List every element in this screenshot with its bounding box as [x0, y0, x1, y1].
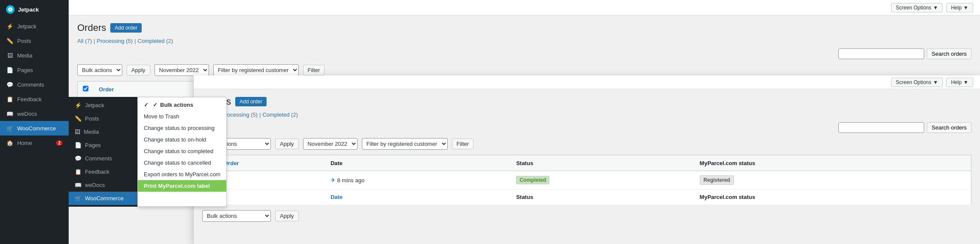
apply-button[interactable]: Apply	[127, 65, 150, 75]
processing-orders-link[interactable]: Processing (5)	[97, 38, 133, 44]
subsubsub: All (7) | Processing (5) | Completed (2)	[77, 38, 971, 44]
help-button[interactable]: Help ▼	[946, 3, 973, 12]
checkmark-icon: ✓	[153, 102, 158, 108]
fg-order-col-header[interactable]: Order	[218, 155, 325, 171]
chevron-down-icon: ▼	[963, 79, 968, 85]
fg-search-orders-button[interactable]: Search orders	[927, 122, 971, 133]
sidebar-item-label: Posts	[17, 38, 31, 44]
sidebar-item-woocommerce[interactable]: 🛒 WooCommerce	[0, 121, 69, 136]
chevron-down-icon: ▼	[933, 5, 938, 11]
sidebar-item-pages[interactable]: 📄 Pages	[0, 63, 69, 77]
dropdown-print-label-item[interactable]: Print MyParcel.com label	[138, 180, 226, 192]
all-orders-link[interactable]: All (7)	[77, 38, 92, 44]
select-all-checkbox[interactable]	[83, 86, 88, 91]
customer-filter-select[interactable]: Filter by registered customer	[213, 64, 299, 76]
fg-bottom-filter-row: Bulk actions Apply	[202, 210, 971, 222]
fg-top-bar: Screen Options ▼ Help ▼	[194, 75, 980, 89]
fg-row-order-cell	[218, 171, 325, 190]
fg-myparcel-col-header: MyParcel.com status	[695, 155, 971, 171]
fg-customer-filter-select[interactable]: Filter by registered customer	[362, 138, 448, 150]
dropdown-sidebar-wedocs[interactable]: 📖 weDocs	[69, 178, 137, 192]
sidebar-item-label: Media	[17, 52, 32, 59]
search-orders-button[interactable]: Search orders	[927, 48, 971, 59]
bulk-actions-select[interactable]: Bulk actions	[77, 64, 122, 76]
fg-search-input[interactable]	[838, 122, 924, 133]
sidebar-item-home[interactable]: 🏠 Home 2	[0, 136, 69, 150]
sidebar-item-comments[interactable]: 💬 Comments	[0, 77, 69, 92]
dropdown-wedocs-icon: 📖	[75, 182, 82, 188]
sidebar-item-label: Pages	[17, 67, 33, 73]
sidebar-item-media[interactable]: 🖼 Media	[0, 48, 69, 63]
sidebar-item-posts[interactable]: ✏️ Posts	[0, 33, 69, 48]
fg-footer-date-header: Date	[325, 190, 511, 205]
dropdown-cancelled-item[interactable]: Change status to cancelled	[138, 157, 226, 169]
fg-ship-icon: ✈	[331, 177, 336, 184]
dropdown-jetpack-icon: ⚡	[75, 102, 82, 108]
fg-filter-button[interactable]: Filter	[452, 139, 474, 149]
sidebar-logo-label: Jetpack	[18, 6, 39, 13]
fg-table-row: ✈ 8 mins ago Completed Registered	[203, 171, 971, 190]
fg-help-button[interactable]: Help ▼	[946, 78, 973, 87]
month-filter-select[interactable]: November 2022	[155, 64, 209, 76]
fg-completed-orders-link[interactable]: Completed (2)	[263, 111, 298, 118]
top-bar: Screen Options ▼ Help ▼	[69, 0, 980, 15]
dropdown-comments-icon: 💬	[75, 155, 82, 162]
completed-orders-link[interactable]: Completed (2)	[138, 38, 173, 44]
fg-row-date-cell: ✈ 8 mins ago	[325, 171, 511, 190]
jetpack-logo-icon	[6, 5, 15, 14]
dropdown-processing-item[interactable]: Change status to processing	[138, 122, 226, 134]
select-all-col	[78, 81, 94, 97]
fg-processing-orders-link[interactable]: Processing (5)	[221, 111, 258, 118]
sidebar-item-wedocs[interactable]: 📖 weDocs	[0, 106, 69, 121]
sidebar-item-label: Jetpack	[17, 23, 36, 30]
chevron-down-icon: ▼	[963, 5, 968, 11]
filter-row: Bulk actions Apply November 2022 Filter …	[77, 64, 971, 76]
dropdown-move-trash-item[interactable]: Move to Trash	[138, 111, 226, 122]
dropdown-sidebar-comments[interactable]: 💬 Comments	[69, 152, 137, 165]
dropdown-media-icon: 🖼	[75, 129, 80, 135]
dropdown-export-item[interactable]: Export orders to MyParcel.com	[138, 169, 226, 180]
feedback-icon: 📋	[6, 95, 14, 103]
jetpack-icon: ⚡	[6, 22, 14, 30]
woocommerce-icon: 🛒	[6, 124, 14, 132]
fg-footer-status-header: Status	[511, 190, 694, 205]
dropdown-sidebar-posts[interactable]: ✏️ Posts	[69, 112, 137, 125]
fg-row-myparcel-cell: Registered	[695, 171, 971, 190]
dropdown-posts-icon: ✏️	[75, 115, 82, 122]
filter-button[interactable]: Filter	[303, 65, 325, 75]
dropdown-sidebar-jetpack[interactable]: ⚡ Jetpack	[69, 99, 137, 112]
fg-apply-button[interactable]: Apply	[275, 139, 299, 149]
chevron-down-icon: ▼	[933, 79, 938, 85]
sidebar-item-jetpack[interactable]: ⚡ Jetpack	[0, 19, 69, 33]
dropdown-feedback-icon: 📋	[75, 169, 82, 175]
sidebar-item-label: Feedback	[17, 96, 42, 102]
fg-orders-table: Order Date Status MyParcel.com status	[202, 155, 971, 205]
sidebar: Jetpack ⚡ Jetpack ✏️ Posts 🖼 Media 📄 Pag…	[0, 0, 69, 244]
sidebar-item-label: Comments	[17, 81, 44, 88]
fg-bottom-apply-button[interactable]: Apply	[275, 211, 299, 221]
dropdown-sidebar-feedback[interactable]: 📋 Feedback	[69, 165, 137, 178]
dropdown-completed-item[interactable]: Change status to completed	[138, 145, 226, 157]
search-input[interactable]	[838, 48, 924, 59]
page-area: Orders Add order All (7) | Processing (5…	[69, 15, 980, 244]
screen-options-button[interactable]: Screen Options ▼	[891, 3, 943, 12]
fg-status-col-header: Status	[511, 155, 694, 171]
fg-date-col-header: Date	[325, 155, 511, 171]
dropdown-sidebar-woocommerce[interactable]: 🛒 WooCommerce	[69, 192, 137, 205]
fg-month-filter-select[interactable]: November 2022	[303, 138, 358, 150]
fg-overlay: Screen Options ▼ Help ▼ Orders Add order	[193, 75, 980, 244]
dropdown-sidebar-media[interactable]: 🖼 Media	[69, 125, 137, 139]
main-content: Screen Options ▼ Help ▼ Orders Add order…	[69, 0, 980, 244]
fg-add-order-button[interactable]: Add order	[235, 97, 267, 106]
dropdown-bulk-actions-item[interactable]: ✓ Bulk actions	[138, 99, 226, 111]
fg-page-content: Orders Add order All (7) | Processing (5…	[194, 89, 980, 234]
sidebar-item-feedback[interactable]: 📋 Feedback	[0, 92, 69, 106]
page-title-row: Orders Add order	[77, 22, 971, 33]
fg-bottom-bulk-actions-select[interactable]: Bulk actions	[202, 210, 271, 222]
dropdown-on-hold-item[interactable]: Change status to on-hold	[138, 134, 226, 145]
add-order-button[interactable]: Add order	[110, 23, 142, 33]
sidebar-logo[interactable]: Jetpack	[0, 0, 69, 19]
fg-screen-options-button[interactable]: Screen Options ▼	[891, 78, 943, 87]
fg-table-header-row: Order Date Status MyParcel.com status	[203, 155, 971, 171]
dropdown-sidebar-pages[interactable]: 📄 Pages	[69, 139, 137, 152]
